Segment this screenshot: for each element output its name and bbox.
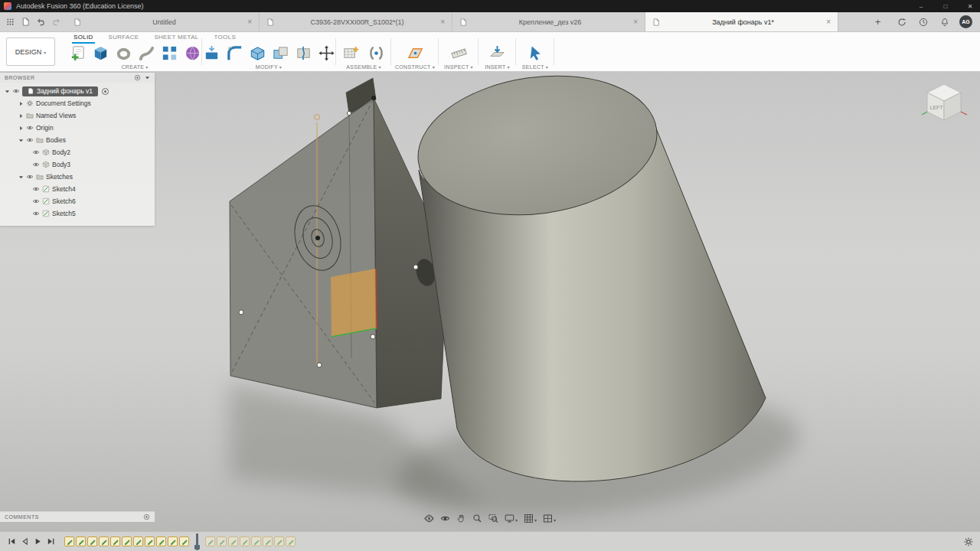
- tree-item-body3[interactable]: Body3: [0, 158, 155, 171]
- extrude-icon[interactable]: [92, 44, 109, 64]
- activate-component-radio[interactable]: [102, 88, 109, 95]
- comments-bar[interactable]: COMMENTS: [0, 511, 155, 522]
- grid-and-snaps-icon[interactable]: [521, 511, 539, 525]
- tree-item-root-component[interactable]: Задний фонарь v1: [0, 85, 155, 97]
- tree-item-origin[interactable]: Origin: [0, 122, 155, 134]
- create-sketch-icon[interactable]: [69, 44, 87, 64]
- visibility-eye-icon[interactable]: [26, 136, 34, 144]
- timeline-sketch-feature[interactable]: [145, 536, 155, 546]
- tree-item-sketches[interactable]: Sketches: [0, 171, 155, 183]
- go-to-end-icon[interactable]: [45, 536, 57, 547]
- document-tab-c3936[interactable]: C3936-28VXXI00R_S1002*(1) ×: [260, 12, 452, 31]
- job-status-icon[interactable]: [895, 15, 908, 28]
- timeline-sketch-feature[interactable]: [133, 536, 143, 546]
- panel-options-icon[interactable]: [134, 74, 141, 81]
- press-pull-icon[interactable]: [203, 44, 220, 64]
- tree-item-body2[interactable]: Body2: [0, 146, 155, 158]
- chevron-right-icon[interactable]: [18, 113, 24, 119]
- notifications-bell-icon[interactable]: [938, 15, 951, 28]
- tree-item-bodies[interactable]: Bodies: [0, 134, 155, 146]
- timeline-sketch-feature[interactable]: [168, 536, 178, 546]
- timeline-sketch-feature-pending[interactable]: [286, 536, 296, 546]
- visibility-eye-icon[interactable]: [32, 210, 40, 217]
- tab-close-icon[interactable]: ×: [826, 18, 831, 26]
- timeline-sketch-feature-pending[interactable]: [240, 536, 250, 546]
- body-bracket[interactable]: [230, 78, 447, 408]
- fit-zoom-window-icon[interactable]: [486, 511, 501, 525]
- visibility-eye-icon[interactable]: [32, 197, 40, 205]
- measure-icon[interactable]: [449, 44, 469, 64]
- insert-icon[interactable]: [488, 44, 508, 64]
- sweep-icon[interactable]: [138, 44, 155, 64]
- joint-icon[interactable]: [367, 44, 387, 64]
- visibility-eye-icon[interactable]: [32, 161, 40, 168]
- chevron-down-icon[interactable]: [18, 138, 24, 143]
- timeline-sketch-feature[interactable]: [122, 536, 132, 546]
- orbit-icon[interactable]: [422, 511, 436, 525]
- create-form-icon[interactable]: [184, 44, 201, 64]
- chevron-right-icon[interactable]: [18, 126, 24, 131]
- visibility-eye-icon[interactable]: [32, 148, 40, 156]
- body-cylinder[interactable]: [409, 72, 766, 481]
- viewcube-face-label[interactable]: LEFT: [930, 105, 944, 110]
- revolve-icon[interactable]: [115, 44, 132, 64]
- split-body-icon[interactable]: [295, 44, 312, 64]
- tab-close-icon[interactable]: ×: [440, 18, 445, 26]
- viewports-icon[interactable]: [541, 511, 558, 525]
- document-tab-zadniy-fonar[interactable]: Задний фонарь v1* ×: [645, 12, 838, 31]
- timeline-sketch-feature[interactable]: [110, 536, 120, 546]
- timeline-sketch-feature-pending[interactable]: [217, 536, 227, 546]
- timeline-settings-gear-icon[interactable]: [963, 536, 974, 547]
- visibility-eye-icon[interactable]: [12, 87, 20, 95]
- visibility-eye-icon[interactable]: [26, 173, 34, 181]
- timeline-sketch-feature[interactable]: [99, 536, 109, 546]
- undo-icon[interactable]: [34, 15, 47, 28]
- tree-item-sketch6[interactable]: Sketch6: [0, 195, 155, 207]
- new-component-icon[interactable]: [341, 44, 361, 64]
- file-menu-icon[interactable]: [19, 15, 32, 28]
- sketch-profile-highlight[interactable]: [331, 269, 377, 337]
- chevron-down-icon[interactable]: [5, 89, 10, 94]
- axis-handle[interactable]: [315, 115, 320, 120]
- chevron-right-icon[interactable]: [18, 101, 24, 106]
- user-avatar[interactable]: AG: [959, 15, 972, 28]
- timeline-sketch-feature[interactable]: [156, 536, 166, 546]
- visibility-eye-icon[interactable]: [32, 185, 40, 193]
- shell-icon[interactable]: [249, 44, 266, 64]
- document-tab-kreplenie[interactable]: Крепление_дез v26 ×: [452, 12, 645, 31]
- workspace-switcher[interactable]: DESIGN: [6, 37, 55, 66]
- tab-close-icon[interactable]: ×: [247, 18, 252, 26]
- close-button[interactable]: ✕: [960, 0, 980, 12]
- clock-icon[interactable]: [916, 15, 929, 28]
- look-at-icon[interactable]: [438, 511, 452, 525]
- timeline-sketch-feature-pending[interactable]: [228, 536, 238, 546]
- collapse-panel-icon[interactable]: [145, 75, 150, 80]
- browser-header[interactable]: BROWSER: [0, 73, 155, 83]
- tree-item-sketch4[interactable]: Sketch4: [0, 183, 155, 195]
- minimize-button[interactable]: –: [911, 0, 931, 12]
- tree-item-named-views[interactable]: Named Views: [0, 109, 155, 122]
- app-grid-icon[interactable]: [4, 15, 17, 28]
- sketch-vertex-top[interactable]: [371, 96, 376, 100]
- play-icon[interactable]: [32, 536, 44, 547]
- tree-item-sketch5[interactable]: Sketch5: [0, 207, 155, 220]
- select-cursor-icon[interactable]: [525, 44, 545, 64]
- redo-icon[interactable]: [50, 15, 63, 28]
- timeline-sketch-feature-pending[interactable]: [251, 536, 261, 546]
- view-cube[interactable]: LEFT: [917, 78, 971, 132]
- sketch-center-point[interactable]: [315, 236, 320, 240]
- timeline-sketch-feature[interactable]: [179, 536, 189, 546]
- chevron-down-icon[interactable]: [18, 174, 24, 180]
- move-copy-icon[interactable]: [318, 44, 335, 64]
- fillet-icon[interactable]: [226, 44, 243, 64]
- display-settings-icon[interactable]: [502, 511, 520, 525]
- timeline-sketch-feature[interactable]: [76, 536, 86, 546]
- step-back-icon[interactable]: [19, 536, 31, 547]
- tree-item-document-settings[interactable]: Document Settings: [0, 97, 155, 109]
- timeline-sketch-feature[interactable]: [64, 536, 74, 546]
- timeline-position-marker[interactable]: [193, 533, 201, 550]
- construction-plane-icon[interactable]: [405, 44, 425, 64]
- pattern-icon[interactable]: [161, 44, 178, 64]
- visibility-eye-icon[interactable]: [26, 124, 34, 132]
- tab-close-icon[interactable]: ×: [633, 18, 638, 26]
